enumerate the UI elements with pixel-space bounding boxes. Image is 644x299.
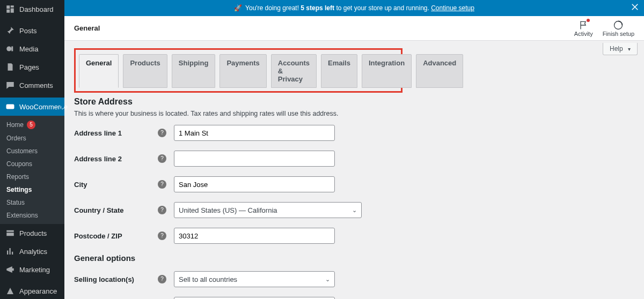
store-address-heading: Store Address [74,97,633,107]
tab-accounts-privacy[interactable]: Accounts & Privacy [271,54,317,88]
appearance-icon [5,286,15,296]
general-options-heading: General options [74,253,633,263]
comments-icon [5,80,15,90]
submenu-extensions[interactable]: Extensions [0,209,64,222]
setup-banner: 🚀 You're doing great! 5 steps left to ge… [64,0,644,16]
tab-integration[interactable]: Integration [362,54,412,88]
help-icon[interactable]: ? [158,275,166,283]
submenu-customers[interactable]: Customers [0,145,64,158]
sidebar-item-posts[interactable]: Posts [0,21,64,40]
postcode-label: Postcode / ZIP [74,232,158,240]
finish-label: Finish setup [603,31,634,37]
tab-payments[interactable]: Payments [219,54,266,88]
notification-dot [587,19,590,22]
analytics-icon [5,246,15,256]
sidebar-item-pages[interactable]: Pages [0,58,64,76]
settings-tabs: General Products Shipping Payments Accou… [79,54,398,88]
selling-value: Sell to all countries [179,275,237,283]
svg-rect-1 [6,104,14,109]
banner-close-button[interactable] [630,2,640,13]
sidebar-item-appearance[interactable]: Appearance [0,282,64,299]
banner-text-lead: You're doing great! [245,4,299,12]
row-address2: Address line 2 ? [74,151,633,167]
row-postcode: Postcode / ZIP ? [74,228,633,244]
submenu-label: Home [6,121,24,129]
tab-advanced[interactable]: Advanced [416,54,463,88]
sidebar-label: WooCommerce [19,103,68,111]
sidebar-label: Media [19,45,38,53]
help-icon[interactable]: ? [158,129,166,137]
dashboard-icon [5,4,15,14]
flag-icon [578,20,589,31]
finish-setup-button[interactable]: Finish setup [603,20,634,37]
pages-icon [5,62,15,72]
progress-icon [613,20,624,31]
chevron-down-icon: ⌄ [352,207,357,214]
sidebar-label: Pages [19,63,39,71]
country-label: Country / State [74,206,158,214]
activity-button[interactable]: Activity [574,20,593,37]
close-icon [630,2,640,12]
tab-emails[interactable]: Emails [321,54,357,88]
sidebar-item-comments[interactable]: Comments [0,76,64,94]
sidebar-label: Analytics [19,248,47,256]
row-city: City ? [74,176,633,192]
sidebar-item-media[interactable]: Media [0,40,64,58]
pin-icon [5,26,15,35]
tabs-highlight-box: General Products Shipping Payments Accou… [74,48,402,93]
sidebar-label: Comments [19,81,53,89]
submenu-coupons[interactable]: Coupons [0,158,64,170]
sidebar-label: Dashboard [19,5,54,13]
store-address-description: This is where your business is located. … [74,110,633,117]
svg-point-0 [6,47,11,51]
page-title: General [74,24,100,32]
tab-shipping[interactable]: Shipping [172,54,216,88]
row-address1: Address line 1 ? [74,125,633,141]
sidebar-item-marketing[interactable]: Marketing [0,260,64,279]
postcode-input[interactable] [174,228,335,244]
woocommerce-icon [5,102,15,111]
row-country: Country / State ? United States (US) — C… [74,202,633,218]
submenu-reports[interactable]: Reports [0,170,64,183]
shipping-select[interactable]: Ship to all countries you sell to ⌄ [174,297,335,299]
sidebar-item-dashboard[interactable]: Dashboard [0,0,64,18]
selling-select[interactable]: Sell to all countries ⌄ [174,271,335,287]
media-icon [5,44,15,54]
sidebar-item-products[interactable]: Products [0,224,64,242]
sidebar-item-analytics[interactable]: Analytics [0,242,64,260]
woocommerce-submenu: Home 5 Orders Customers Coupons Reports … [0,116,64,224]
city-input[interactable] [174,176,335,192]
help-icon[interactable]: ? [158,154,166,163]
selling-label: Selling location(s) [74,275,158,283]
tab-products[interactable]: Products [123,54,167,88]
submenu-settings[interactable]: Settings [0,183,64,196]
submenu-status[interactable]: Status [0,196,64,209]
help-icon[interactable]: ? [158,231,166,240]
submenu-orders[interactable]: Orders [0,132,64,145]
sidebar-item-woocommerce[interactable]: WooCommerce [0,98,64,116]
address2-input[interactable] [174,151,335,167]
page-header: General Activity Finish setup [64,16,644,41]
banner-text-bold: 5 steps left [301,4,334,12]
chevron-down-icon: ⌄ [325,276,330,283]
products-icon [5,228,15,238]
help-icon[interactable]: ? [158,206,166,214]
address2-label: Address line 2 [74,155,158,163]
sidebar-label: Products [19,229,47,237]
address1-label: Address line 1 [74,129,158,137]
sidebar-label: Appearance [19,287,57,295]
settings-content: General Products Shipping Payments Accou… [64,41,644,299]
home-badge: 5 [27,121,35,129]
country-value: United States (US) — California [179,206,277,214]
sidebar-label: Marketing [19,266,50,274]
address1-input[interactable] [174,125,335,141]
help-icon[interactable]: ? [158,180,166,189]
marketing-icon [5,265,15,274]
admin-sidebar: Dashboard Posts Media Pages Comments Woo… [0,0,64,299]
submenu-home[interactable]: Home 5 [0,118,64,132]
row-shipping-locations: Shipping location(s) ? Ship to all count… [74,297,633,299]
continue-setup-link[interactable]: Continue setup [431,4,474,12]
tab-general[interactable]: General [79,54,119,88]
city-label: City [74,181,158,189]
country-select[interactable]: United States (US) — California ⌄ [174,202,362,218]
